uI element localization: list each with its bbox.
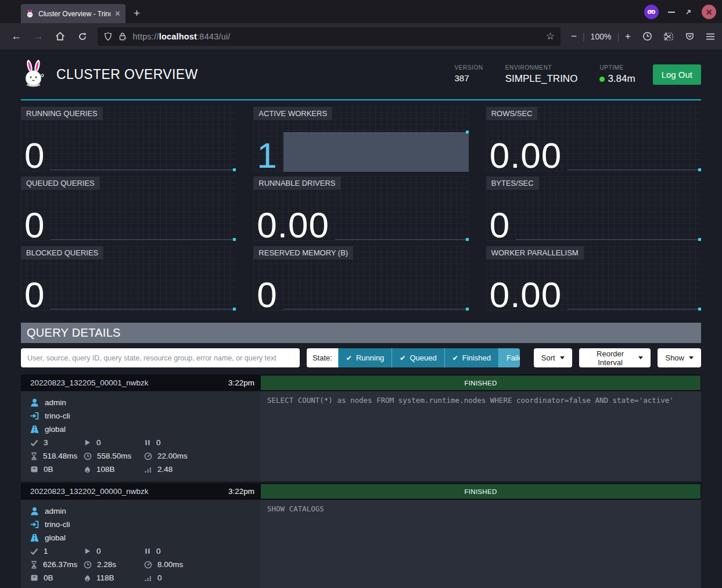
- elapsed-time-clock-icon: [84, 561, 92, 569]
- sparkline-area: [283, 132, 469, 172]
- query-progress-track: FINISHED: [260, 483, 701, 500]
- parallelism-chart-icon: [144, 574, 152, 582]
- state-filter-button[interactable]: ✔ Running: [338, 348, 392, 367]
- uptime-value: 3.84m: [608, 73, 635, 84]
- cpu-time-gauge-icon: [144, 452, 152, 460]
- completed-splits: 1: [44, 547, 48, 555]
- stat-tile-label: ROWS/SEC: [486, 107, 538, 120]
- completed-splits: 3: [44, 438, 48, 447]
- sparkline-dot: [698, 238, 701, 241]
- query-details-title: QUERY DETAILS: [21, 326, 121, 340]
- sparkline-line: [51, 309, 233, 309]
- uptime-status-dot: [599, 77, 605, 82]
- stat-tile: ROWS/SEC 0.00: [486, 107, 701, 172]
- menu-hamburger-icon[interactable]: [706, 33, 715, 41]
- state-filter-button[interactable]: Failed: [498, 348, 520, 367]
- query-row: 20220823_132202_00000_nwbzk 3:22pm FINIS…: [21, 483, 701, 588]
- queued-time-hourglass-icon: [30, 452, 38, 460]
- window-close-button[interactable]: ✕: [702, 5, 716, 19]
- reload-button[interactable]: [73, 28, 92, 45]
- cpu-time: 22.00ms: [157, 452, 188, 460]
- queued-splits: 0: [156, 438, 161, 447]
- caret-down-icon: [689, 356, 694, 359]
- sparkline-chart: [335, 176, 469, 241]
- query-status-bar: FINISHED: [261, 484, 701, 499]
- screenshot-scissors-icon[interactable]: [663, 32, 674, 41]
- sparkline-line: [51, 239, 233, 240]
- stat-tile-label: QUEUED QUERIES: [21, 176, 100, 190]
- sparkline-chart: [567, 107, 701, 172]
- queued-splits-pause-icon: [144, 547, 151, 555]
- stat-tile-label: RESERVED MEMORY (B): [253, 246, 353, 259]
- stat-tile: BLOCKED QUERIES 0: [21, 246, 236, 311]
- zoom-out-button[interactable]: −: [571, 31, 577, 42]
- cpu-time-gauge-icon: [144, 561, 152, 569]
- stat-tile-value: 0.00: [486, 278, 562, 311]
- window-minimize-button[interactable]: [668, 12, 675, 13]
- caret-down-icon: [560, 356, 565, 359]
- back-button[interactable]: ←: [7, 28, 26, 45]
- version-value: 387: [454, 73, 483, 83]
- elapsed-time-clock-icon: [84, 452, 92, 460]
- uptime-block: UPTIME 3.84m: [599, 64, 635, 85]
- private-browsing-icon: [644, 5, 659, 19]
- query-status-bar: FINISHED: [261, 376, 701, 390]
- history-clock-icon[interactable]: [642, 31, 652, 41]
- query-user: admin: [45, 507, 66, 515]
- query-source: trino-cli: [45, 520, 70, 529]
- current-memory: 0B: [44, 465, 53, 474]
- source-sign-in-icon: [30, 520, 39, 529]
- stat-tile: BYTES/SEC 0: [486, 176, 701, 241]
- url-bar[interactable]: https://localhost:8443/ui/ ☆: [98, 27, 561, 46]
- zoom-in-button[interactable]: +: [625, 31, 631, 42]
- forward-button[interactable]: →: [29, 28, 48, 45]
- sort-button[interactable]: Sort: [534, 348, 572, 367]
- cumulative-memory: 108B: [96, 465, 115, 474]
- sparkline-dot: [698, 308, 701, 311]
- lock-warning-icon[interactable]: [118, 32, 128, 41]
- tab-close-icon[interactable]: ✕: [114, 9, 121, 18]
- query-meta-panel: admin trino-cli global 3 0 0 518.48ms 55…: [21, 391, 260, 481]
- check-icon: ✔: [400, 354, 405, 362]
- stat-tile: QUEUED QUERIES 0: [21, 176, 236, 241]
- query-text: SELECT COUNT(*) as nodes FROM system.run…: [260, 391, 701, 481]
- tracking-shield-icon[interactable]: [103, 32, 113, 41]
- pocket-icon[interactable]: [685, 32, 695, 41]
- query-row: 20220823_132205_00001_nwbzk 3:22pm FINIS…: [21, 374, 701, 481]
- queued-time: 518.48ms: [43, 452, 77, 460]
- sparkline-dot: [698, 168, 701, 171]
- bookmark-star-icon[interactable]: ☆: [546, 30, 555, 42]
- trino-bunny-logo: [21, 59, 46, 89]
- query-resource-group: global: [45, 533, 66, 542]
- show-button[interactable]: Show: [658, 348, 701, 367]
- zoom-level[interactable]: 100%: [591, 32, 612, 41]
- query-progress-track: FINISHED: [260, 374, 701, 391]
- user-icon: [30, 398, 39, 407]
- query-stats-grid: 1 0 0 626.37ms 2.28s 8.00ms 0B 118B 0: [30, 544, 260, 585]
- logout-button[interactable]: Log Out: [653, 64, 701, 85]
- stat-tile-value: 0.00: [486, 139, 562, 172]
- parallelism-chart-icon: [144, 466, 152, 473]
- home-button[interactable]: [51, 28, 70, 45]
- sparkline-dot: [233, 308, 236, 311]
- state-filter-button[interactable]: ✔ Queued: [391, 348, 444, 367]
- parallelism: 0: [157, 573, 162, 582]
- state-filter-button[interactable]: ✔ Finished: [444, 348, 498, 367]
- query-id-link[interactable]: 20220823_132202_00000_nwbzk: [30, 487, 148, 496]
- query-id-link[interactable]: 20220823_132205_00001_nwbzk: [30, 378, 148, 387]
- caret-down-icon: [638, 356, 643, 359]
- sparkline-line: [51, 169, 233, 170]
- new-tab-button[interactable]: +: [134, 7, 140, 20]
- window-restore-button[interactable]: [684, 8, 692, 16]
- query-text: SHOW CATALOGS: [260, 500, 701, 588]
- browser-tab[interactable]: Cluster Overview - Trino ✕: [21, 4, 125, 23]
- browser-titlebar: Cluster Overview - Trino ✕ + ✕: [0, 0, 722, 23]
- reorder-interval-button[interactable]: Reorder Interval: [579, 348, 651, 367]
- cumulative-memory: 118B: [96, 573, 114, 582]
- stat-tile-label: RUNNABLE DRIVERS: [253, 176, 340, 190]
- current-memory-scale-icon: [30, 574, 38, 582]
- query-stats-grid: 3 0 0 518.48ms 558.50ms 22.00ms 0B 108B …: [30, 436, 260, 476]
- parallelism: 2.48: [157, 465, 173, 474]
- query-search-input[interactable]: [21, 348, 300, 367]
- query-list: 20220823_132205_00001_nwbzk 3:22pm FINIS…: [21, 374, 701, 588]
